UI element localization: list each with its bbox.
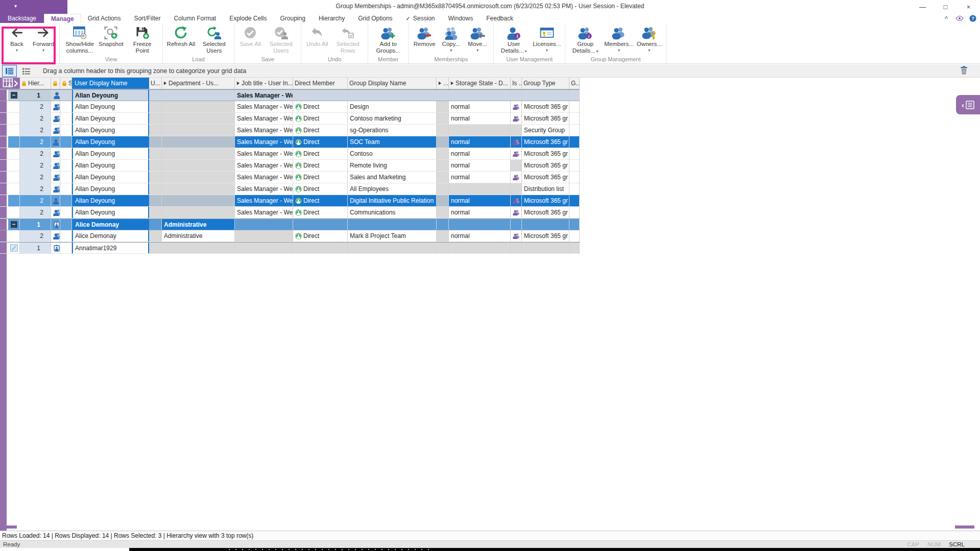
cell-level[interactable]: 2 bbox=[20, 195, 51, 206]
group-details-button[interactable]: iGroup Details...▾ bbox=[568, 23, 603, 55]
cell-name[interactable]: Allan Deyoung bbox=[72, 90, 149, 101]
cell-g[interactable] bbox=[569, 183, 580, 195]
cell-s[interactable] bbox=[60, 219, 72, 230]
cell-name[interactable]: Alice Demonay bbox=[72, 219, 149, 230]
cell-arrow2[interactable] bbox=[437, 148, 449, 159]
chevron-down-icon[interactable]: ▾ bbox=[14, 3, 17, 9]
cell-storage[interactable]: normal bbox=[449, 160, 511, 171]
tab-sort-filter[interactable]: Sort/Filter bbox=[127, 14, 167, 23]
cell-group[interactable] bbox=[348, 219, 437, 230]
grid-row[interactable]: 2Allan DeyoungSales Manager - WesDirectD… bbox=[0, 195, 579, 207]
cell-s[interactable] bbox=[60, 90, 72, 101]
cell-pic[interactable] bbox=[51, 207, 60, 218]
cell-storage[interactable] bbox=[449, 219, 511, 230]
tab-feedback[interactable]: Feedback bbox=[480, 14, 520, 23]
cell-storage[interactable] bbox=[449, 90, 511, 101]
cell-gtype[interactable]: Microsoft 365 gr bbox=[522, 230, 569, 242]
grid-row[interactable]: 2Alice DemonayAdministrativeDirectMark 8… bbox=[0, 230, 579, 242]
cell-name[interactable]: Allan Deyoung bbox=[72, 136, 149, 148]
show-hide-columns-button[interactable]: Show/Hide columns... bbox=[62, 23, 97, 55]
cell-expand[interactable] bbox=[0, 183, 20, 195]
cell-storage[interactable]: normal bbox=[449, 148, 511, 159]
cell-name[interactable]: Allan Deyoung bbox=[72, 207, 149, 218]
cell-g[interactable] bbox=[569, 160, 580, 171]
cell-name[interactable]: Allan Deyoung bbox=[72, 113, 149, 124]
move-button[interactable]: Move...▾ bbox=[464, 23, 491, 54]
cell-u[interactable] bbox=[149, 172, 162, 183]
cell-level[interactable]: 2 bbox=[20, 207, 51, 218]
cell-group[interactable]: Sales and Marketing bbox=[348, 172, 437, 183]
hscroll-end[interactable] bbox=[955, 525, 974, 529]
grid-row[interactable]: 2Allan DeyoungSales Manager - WesDirectA… bbox=[0, 183, 579, 195]
cell-name[interactable]: Allan Deyoung bbox=[72, 125, 149, 136]
cell-u[interactable] bbox=[149, 243, 162, 253]
cell-job[interactable]: Sales Manager - Wes bbox=[235, 113, 293, 124]
expand-area[interactable]: − bbox=[8, 219, 19, 230]
cell-department[interactable] bbox=[162, 113, 235, 124]
cell-g[interactable] bbox=[569, 113, 580, 124]
cell-direct[interactable] bbox=[293, 90, 348, 101]
cell-group[interactable]: sg-Operations bbox=[348, 125, 437, 136]
column-header-job[interactable]: Job title - User In... bbox=[235, 78, 293, 89]
grid-corner-icon[interactable] bbox=[0, 78, 20, 89]
cell-job[interactable]: Sales Manager - Wes bbox=[235, 207, 293, 218]
licenses-button[interactable]: Licenses...▾ bbox=[531, 23, 562, 54]
grid-row[interactable]: 2Allan DeyoungSales Manager - WesDirectR… bbox=[0, 160, 579, 172]
expand-area[interactable] bbox=[8, 183, 19, 195]
column-header-pic[interactable]: ( bbox=[51, 78, 60, 89]
cell-u[interactable] bbox=[149, 113, 162, 124]
copy-button[interactable]: Copy...▾ bbox=[438, 23, 464, 54]
cell-arrow2[interactable] bbox=[437, 113, 449, 124]
cell-group[interactable]: Design bbox=[348, 101, 437, 112]
cell-g[interactable] bbox=[569, 125, 580, 136]
cell-expand[interactable] bbox=[0, 195, 20, 206]
cell-storage[interactable]: normal bbox=[449, 207, 511, 218]
cell-expand[interactable] bbox=[0, 172, 20, 183]
cell-arrow2[interactable] bbox=[437, 136, 449, 148]
cell-is[interactable] bbox=[511, 243, 522, 253]
cell-group[interactable]: Digital Initiative Public Relation bbox=[348, 195, 437, 206]
cell-direct[interactable] bbox=[293, 219, 348, 230]
cell-s[interactable] bbox=[60, 136, 72, 148]
cell-arrow2[interactable] bbox=[437, 230, 449, 242]
cell-is[interactable]: T bbox=[511, 230, 522, 242]
collapse-ribbon-icon[interactable]: ^ bbox=[942, 15, 950, 22]
tab-grouping[interactable]: Grouping bbox=[274, 14, 312, 23]
expand-area[interactable] bbox=[8, 243, 19, 253]
cell-expand[interactable] bbox=[0, 136, 20, 148]
pending-row-icon[interactable] bbox=[10, 244, 18, 252]
column-header-group[interactable]: Group Display Name bbox=[348, 78, 437, 89]
grid-row[interactable]: 2Allan DeyoungSales Manager - WesDirectD… bbox=[0, 101, 579, 113]
cell-arrow2[interactable] bbox=[437, 90, 449, 101]
cell-name[interactable]: Alice Demonay bbox=[72, 230, 149, 242]
expand-area[interactable] bbox=[8, 207, 19, 218]
cell-s[interactable] bbox=[60, 125, 72, 136]
grid-row[interactable]: 2Allan DeyoungSales Manager - WesDirectS… bbox=[0, 136, 579, 148]
grid-row[interactable]: 2Allan DeyoungSales Manager - WesDirectS… bbox=[0, 172, 579, 183]
expand-area[interactable]: − bbox=[8, 90, 19, 101]
expand-area[interactable] bbox=[8, 230, 19, 242]
cell-is[interactable]: T bbox=[511, 113, 522, 124]
column-header-gtype[interactable]: Group Type bbox=[522, 78, 569, 89]
cell-u[interactable] bbox=[149, 183, 162, 195]
cell-pic[interactable] bbox=[51, 172, 60, 183]
cell-g[interactable] bbox=[569, 90, 580, 101]
cell-job[interactable] bbox=[235, 219, 293, 230]
cell-pic[interactable] bbox=[51, 148, 60, 159]
freeze-point-button[interactable]: Freeze Point bbox=[125, 23, 160, 55]
grid-row[interactable]: 2Allan DeyoungSales Manager - WesDirectC… bbox=[0, 207, 579, 219]
cell-storage[interactable]: normal bbox=[449, 136, 511, 148]
column-header-u[interactable]: U... bbox=[149, 78, 162, 89]
save-all-button[interactable]: Save All bbox=[237, 23, 264, 49]
cell-name[interactable]: Allan Deyoung bbox=[72, 195, 149, 206]
cell-name[interactable]: Allan Deyoung bbox=[72, 148, 149, 159]
cell-g[interactable] bbox=[569, 230, 580, 242]
cell-pic[interactable] bbox=[51, 136, 60, 148]
cell-level[interactable]: 2 bbox=[20, 230, 51, 242]
tab-grid-actions[interactable]: Grid Actions bbox=[81, 14, 128, 23]
cell-expand[interactable] bbox=[0, 243, 20, 253]
column-header-is[interactable]: Is ... bbox=[511, 78, 522, 89]
cell-direct[interactable]: Direct bbox=[293, 101, 348, 112]
cell-direct[interactable]: Direct bbox=[293, 160, 348, 171]
cell-gtype[interactable]: Microsoft 365 gr bbox=[522, 113, 569, 124]
